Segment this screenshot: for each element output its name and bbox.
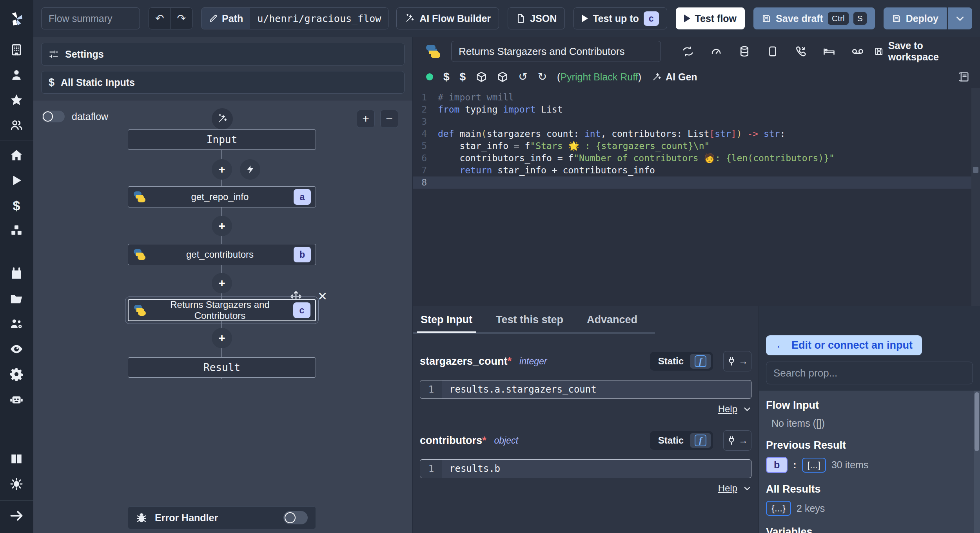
flow-summary-input[interactable]	[41, 7, 140, 29]
deploy-dropdown-button[interactable]	[948, 7, 972, 29]
step-node-c-selected[interactable]: Returns Stargazers and Contributors c	[128, 299, 316, 321]
connect-input-plug-button[interactable]: →	[723, 351, 751, 371]
users-icon[interactable]	[0, 113, 33, 138]
mock-voicemail-icon[interactable]	[851, 45, 864, 58]
delete-step-icon[interactable]: ✕	[318, 289, 327, 303]
chevron-down-icon[interactable]	[743, 405, 751, 413]
error-handler-node[interactable]: Error Handler	[128, 506, 316, 529]
help-link[interactable]: Help	[718, 404, 737, 415]
timeout-rect-icon[interactable]	[767, 45, 779, 57]
path-control[interactable]: Path u/henri/gracious_flow	[201, 7, 388, 29]
variable-dollar-icon[interactable]: $	[443, 71, 450, 82]
home-icon[interactable]	[0, 143, 33, 168]
ai-gen-label: AI Gen	[666, 71, 697, 83]
step-node-b[interactable]: get_contributors b	[128, 244, 316, 265]
add-step-button[interactable]: +	[212, 328, 232, 348]
static-javascript-toggle[interactable]: Static f	[650, 352, 713, 371]
code-editor[interactable]: 1# import wmill2from typing import List3…	[413, 88, 980, 306]
undo-button[interactable]: ↶	[149, 8, 171, 29]
step-title-input[interactable]	[451, 41, 661, 62]
workspace-icon[interactable]	[0, 37, 33, 62]
reset-rotate-ccw-icon[interactable]: ↺	[518, 71, 527, 82]
groups-admin-icon[interactable]	[0, 311, 33, 337]
test-up-to-button[interactable]: Test up to c	[573, 7, 667, 29]
tab-step-input[interactable]: Step Input	[420, 307, 473, 332]
code-line[interactable]: 5 star_info = f"Stars 🌟 : {stargazers_co…	[413, 140, 980, 152]
runs-icon[interactable]	[0, 168, 33, 193]
zoom-in-button[interactable]: +	[357, 110, 375, 128]
user-icon[interactable]	[0, 62, 33, 87]
all-results-value-chip[interactable]: {...}	[766, 501, 791, 516]
windmill-logo[interactable]	[0, 0, 33, 37]
resources-icon[interactable]	[0, 218, 33, 243]
retries-repeat-icon[interactable]	[682, 45, 694, 57]
add-step-button[interactable]: +	[212, 273, 232, 293]
reload-rotate-cw-icon[interactable]: ↻	[538, 71, 547, 82]
star-icon[interactable]	[0, 87, 33, 113]
expression-input[interactable]: 1 results.b	[420, 459, 751, 478]
redo-button[interactable]: ↷	[171, 8, 192, 29]
static-javascript-toggle[interactable]: Static f	[650, 431, 713, 450]
step-node-a[interactable]: get_repo_info a	[128, 186, 316, 207]
edit-or-connect-input-button[interactable]: ← Edit or connect an input	[766, 335, 922, 355]
add-step-button[interactable]: +	[212, 159, 232, 180]
code-line[interactable]: 4def main(stargazers_count: int, contrib…	[413, 128, 980, 140]
chevron-down-icon[interactable]	[743, 484, 751, 493]
input-node[interactable]: Input	[128, 129, 316, 150]
theme-sun-icon[interactable]	[0, 471, 33, 497]
workers-robot-icon[interactable]	[0, 387, 33, 412]
cache-database-icon[interactable]	[739, 45, 750, 57]
audit-logs-icon[interactable]	[0, 337, 33, 362]
trigger-bolt-button[interactable]	[240, 159, 260, 180]
flow-settings-button[interactable]: Settings	[41, 43, 405, 65]
add-step-button[interactable]: +	[212, 216, 232, 236]
code-line[interactable]: 8	[413, 176, 980, 189]
save-draft-button[interactable]: Save draft Ctrl S	[753, 7, 875, 29]
resource-dollar-icon[interactable]: $	[460, 71, 466, 82]
deploy-button[interactable]: Deploy	[884, 7, 947, 29]
variables-icon[interactable]: $	[0, 193, 33, 218]
zoom-out-button[interactable]: −	[380, 110, 398, 128]
input-field-stargazers-count: stargazers_count* integer Static f → 1 r…	[413, 351, 759, 415]
code-line[interactable]: 7 return star_info + contributors_info	[413, 164, 980, 176]
python-icon	[133, 304, 147, 317]
code-line[interactable]: 6 contributors_info = f"Number of contri…	[413, 152, 980, 164]
editor-scrollbar[interactable]	[971, 88, 980, 306]
ai-flow-builder-button[interactable]: AI Flow Builder	[396, 7, 499, 29]
help-link[interactable]: Help	[718, 483, 737, 494]
ai-wand-button[interactable]	[212, 108, 233, 129]
settings-gear-icon[interactable]	[0, 362, 33, 387]
code-line[interactable]: 2from typing import List	[413, 104, 980, 116]
package-icon[interactable]	[476, 71, 487, 82]
path-value[interactable]: u/henri/gracious_flow	[250, 8, 388, 29]
tab-advanced[interactable]: Advanced	[586, 307, 638, 332]
previous-result-key-chip[interactable]: b	[766, 457, 788, 473]
suspend-phone-icon[interactable]	[795, 45, 807, 57]
tab-test-this-step[interactable]: Test this step	[495, 307, 564, 332]
dataflow-toggle[interactable]	[42, 111, 65, 122]
error-handler-toggle[interactable]	[283, 511, 308, 524]
expression-input[interactable]: 1 results.a.stargazers_count	[420, 380, 751, 399]
folders-icon[interactable]	[0, 286, 33, 311]
code-assistants-status[interactable]: (Pyright Black Ruff)	[557, 71, 641, 83]
sleep-bed-icon[interactable]	[823, 45, 835, 57]
code-line[interactable]: 1# import wmill	[413, 91, 980, 104]
ai-gen-button[interactable]: AI Gen	[652, 71, 697, 83]
test-flow-button[interactable]: Test flow	[676, 7, 745, 29]
all-static-inputs-button[interactable]: $ All Static Inputs	[41, 71, 405, 94]
step-config-panel: Step Input Test this step Advanced starg…	[412, 306, 759, 533]
script-docs-book-icon[interactable]	[959, 71, 970, 82]
package-icon[interactable]	[497, 71, 508, 82]
json-button[interactable]: JSON	[508, 7, 565, 29]
connect-panel-scrollbar[interactable]	[974, 391, 980, 533]
docs-book-icon[interactable]	[0, 446, 33, 471]
connect-input-plug-button[interactable]: →	[723, 430, 751, 451]
search-prop-input[interactable]	[766, 362, 973, 384]
save-to-workspace-button[interactable]: Save to workspace	[874, 40, 970, 63]
result-node[interactable]: Result	[128, 357, 316, 378]
code-line[interactable]: 3	[413, 116, 980, 128]
expand-sidebar-icon[interactable]	[0, 503, 33, 528]
early-stop-gauge-icon[interactable]	[710, 45, 722, 57]
schedules-icon[interactable]	[0, 261, 33, 286]
previous-result-value-chip[interactable]: [...]	[802, 458, 826, 473]
